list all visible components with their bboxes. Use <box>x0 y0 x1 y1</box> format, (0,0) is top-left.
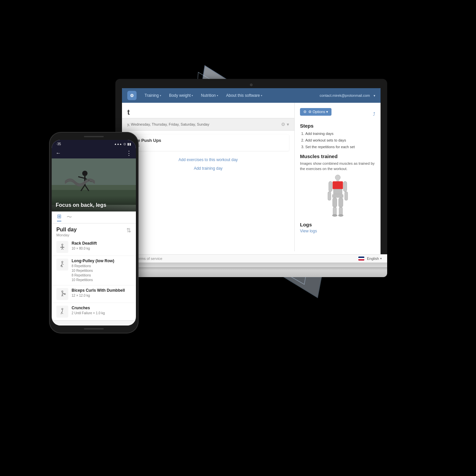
steps-title: Steps <box>300 123 375 129</box>
phone-hero-title: Focus on back, legs <box>56 202 132 208</box>
phone-workout-header: Pull day Monday ⇅ <box>52 223 136 238</box>
laptop-hinge <box>115 267 387 270</box>
scene: ⚙ Training ▾ Body weight ▾ Nutrition ▾ <box>39 39 437 437</box>
exercise-name-3: Biceps Curls With Dumbbell <box>72 288 131 293</box>
phone-tab-table[interactable]: ⊞ <box>57 213 61 221</box>
svg-line-36 <box>62 265 63 267</box>
list-item: Rack Deadlift 10 × 80.0 kg <box>52 238 136 256</box>
phone-more-button[interactable]: ⋮ <box>126 149 132 157</box>
exercise-name-1: Rack Deadlift <box>72 241 131 246</box>
phone-wrapper: ·35 ▲▲▲ ⊙ ▮▮ ← ⋮ <box>49 132 139 333</box>
app-navbar: ⚙ Training ▾ Body weight ▾ Nutrition ▾ <box>122 88 381 103</box>
svg-point-16 <box>332 214 337 217</box>
nav-training-caret: ▾ <box>160 94 161 97</box>
exercise-info-1: Rack Deadlift 10 × 80.0 kg <box>72 241 131 251</box>
nav-about[interactable]: About this software ▾ <box>223 92 265 99</box>
laptop-bezel: ⚙ Training ▾ Body weight ▾ Nutrition ▾ <box>115 79 387 263</box>
nav-bodyweight[interactable]: Body weight ▾ <box>166 92 196 99</box>
phone-workout-name: Pull day <box>56 227 77 233</box>
svg-rect-11 <box>344 192 347 200</box>
nav-nutrition-caret: ▾ <box>217 94 218 97</box>
deadlift-icon <box>58 243 66 251</box>
muscles-description: Images show combined muscles as trained … <box>300 161 375 171</box>
svg-rect-8 <box>328 181 332 192</box>
exercise-name-2: Long-Pulley (low Row) <box>72 259 131 263</box>
svg-rect-5 <box>332 181 343 189</box>
phone-recent-nav[interactable]: ■ <box>113 324 121 326</box>
exercise-icon-4 <box>56 306 68 318</box>
phone-nav-bar: ◀ ● ■ <box>52 321 136 326</box>
bicep-icon <box>58 290 66 298</box>
list-item: Biceps Curls With Dumbbell 12 × 12.0 kg <box>52 285 136 303</box>
exercise-detail-4: 2 Until Failure × 1.0 kg <box>72 311 131 316</box>
phone-tab-chart[interactable]: 〜 <box>67 214 72 221</box>
nav-training[interactable]: Training ▾ <box>142 92 164 99</box>
exercise-info-3: Biceps Curls With Dumbbell 12 × 12.0 kg <box>72 288 131 298</box>
add-exercise-link[interactable]: Add exercises to this workout day <box>122 155 294 165</box>
svg-point-43 <box>62 308 63 310</box>
exercise-icon-1 <box>56 241 68 253</box>
phone-hero-image: Focus on back, legs <box>52 158 136 211</box>
exercise-sets: 3 × 5 <box>131 144 285 148</box>
phone-back-button[interactable]: ← <box>56 150 61 156</box>
svg-rect-4 <box>336 180 339 181</box>
phone-workout-day: Monday <box>56 233 77 237</box>
exercise-detail-2: 8 Repetitions 10 Repetitions 8 Repetitio… <box>72 264 131 282</box>
logs-title: Logs <box>300 222 375 227</box>
main-content: t y, Wednesday, Thursday, Friday, Saturd… <box>122 103 294 251</box>
exercise-detail-3: 12 × 12.0 kg <box>72 293 131 298</box>
step-2: Add workout sets to days <box>305 137 375 144</box>
share-icon[interactable]: ⤴ <box>373 111 375 117</box>
flag-icon <box>358 257 364 261</box>
workout-days: y, Wednesday, Thursday, Friday, Saturday… <box>127 122 209 126</box>
body-figure-container <box>300 174 375 218</box>
exercise-block: Pike Push Ups 3 × 5 <box>127 135 289 151</box>
phone-screen: ·35 ▲▲▲ ⊙ ▮▮ ← ⋮ <box>52 140 136 326</box>
body-figure-svg <box>321 174 354 217</box>
step-1: Add training days <box>305 131 375 137</box>
phone-home-nav[interactable]: ● <box>90 324 98 326</box>
phone-workout-info: Pull day Monday <box>56 227 77 237</box>
phone-status-bar: ·35 ▲▲▲ ⊙ ▮▮ <box>52 140 136 148</box>
footer-language[interactable]: English ▾ <box>358 257 381 261</box>
workout-days-row: y, Wednesday, Thursday, Friday, Saturday… <box>122 118 294 131</box>
phone-sort-icon[interactable]: ⇅ <box>126 227 131 234</box>
svg-rect-14 <box>333 207 336 215</box>
nav-nutrition[interactable]: Nutrition ▾ <box>198 92 221 99</box>
view-logs-link[interactable]: View logs <box>300 229 375 233</box>
nav-email[interactable]: contact.mirek@protonmail.com <box>320 93 370 97</box>
laptop-bottom <box>115 263 387 268</box>
svg-point-3 <box>335 175 340 180</box>
svg-line-40 <box>62 294 63 296</box>
nav-about-caret: ▾ <box>261 94 262 97</box>
svg-rect-7 <box>332 194 343 198</box>
laptop: ⚙ Training ▾ Body weight ▾ Nutrition ▾ <box>115 79 387 277</box>
options-gear-icon: ⚙ <box>303 110 307 114</box>
svg-point-37 <box>62 291 63 292</box>
options-button[interactable]: ⚙ ⚙ Options ▾ <box>300 108 331 116</box>
laptop-camera <box>250 84 253 86</box>
crunch-icon <box>58 308 66 316</box>
add-training-link[interactable]: Add training day <box>122 165 294 174</box>
exercise-icon-2 <box>56 259 68 270</box>
list-item: Long-Pulley (low Row) 8 Repetitions 10 R… <box>52 256 136 285</box>
app-sidebar: ⚙ ⚙ Options ▾ ⤴ Steps Add training days … <box>294 103 381 251</box>
svg-rect-6 <box>333 189 342 195</box>
laptop-device: ⚙ Training ▾ Body weight ▾ Nutrition ▾ <box>115 79 387 277</box>
laptop-base <box>115 270 387 277</box>
svg-rect-10 <box>328 192 331 200</box>
svg-rect-15 <box>339 207 342 215</box>
language-label: English <box>367 257 379 261</box>
phone-exercise-list: Rack Deadlift 10 × 80.0 kg <box>52 238 136 321</box>
svg-rect-9 <box>343 181 346 192</box>
nav-email-caret: ▾ <box>374 94 375 97</box>
laptop-screen: ⚙ Training ▾ Body weight ▾ Nutrition ▾ <box>122 88 381 261</box>
phone-battery-icon: ▮▮ <box>127 142 131 146</box>
app-logo: ⚙ <box>127 91 137 100</box>
footer-terms[interactable]: Terms of service <box>136 257 162 261</box>
svg-point-21 <box>82 171 88 176</box>
language-caret: ▾ <box>380 257 381 260</box>
workout-settings-icon[interactable]: ⚙ ▾ <box>281 122 289 127</box>
phone-back-nav[interactable]: ◀ <box>66 324 74 326</box>
row-icon <box>58 261 66 268</box>
